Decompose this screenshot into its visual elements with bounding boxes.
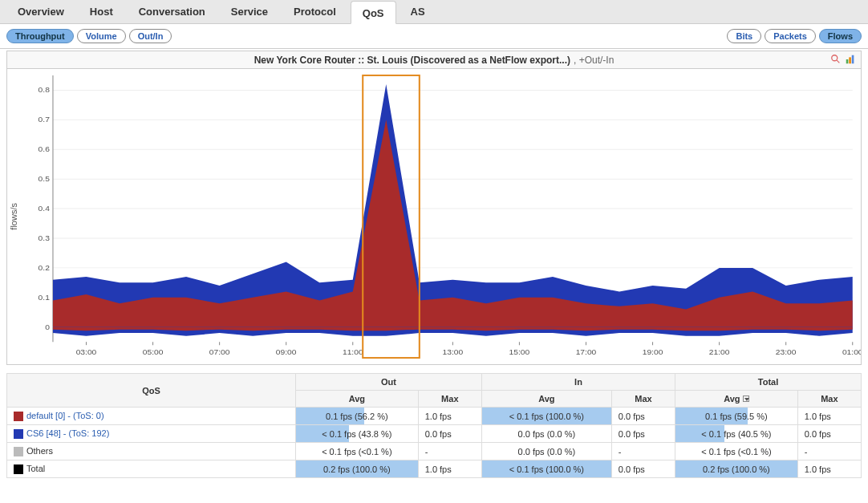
cell-total_max: 1.0 fps <box>797 408 861 425</box>
series-swatch-icon <box>14 464 23 474</box>
cell-out_avg: 0.1 fps (56.2 %) <box>296 408 419 425</box>
tab-qos[interactable]: QoS <box>351 1 396 24</box>
chart-canvas[interactable]: 00.10.20.30.40.50.60.70.803:0005:0007:00… <box>22 69 861 364</box>
pill-flows[interactable]: Flows <box>819 29 862 43</box>
cell-in_max: 0.0 fps <box>611 408 675 425</box>
svg-text:0: 0 <box>45 322 50 331</box>
svg-text:09:00: 09:00 <box>276 347 297 356</box>
cell-in_avg: < 0.1 fps (100.0 %) <box>481 408 611 425</box>
svg-text:07:00: 07:00 <box>209 347 230 356</box>
svg-text:05:00: 05:00 <box>143 347 164 356</box>
pill-volume[interactable]: Volume <box>77 29 126 43</box>
cell-in_max: 0.0 fps <box>611 425 675 443</box>
svg-text:0.2: 0.2 <box>39 263 51 272</box>
pill-throughput[interactable]: Throughput <box>6 29 74 43</box>
svg-rect-2 <box>846 59 849 63</box>
svg-text:0.7: 0.7 <box>39 115 51 124</box>
svg-text:23:00: 23:00 <box>776 347 797 356</box>
col-in-avg[interactable]: Avg <box>481 391 611 408</box>
pill-bits[interactable]: Bits <box>727 29 761 43</box>
tab-overview[interactable]: Overview <box>6 0 75 23</box>
svg-text:0.1: 0.1 <box>39 293 51 302</box>
qos-label-cell: Total <box>7 460 296 478</box>
table-row: Total0.2 fps (100.0 %)1.0 fps< 0.1 fps (… <box>7 460 862 478</box>
chart-body: flows/s 00.10.20.30.40.50.60.70.803:0005… <box>6 68 862 365</box>
svg-point-0 <box>832 55 838 61</box>
series-swatch-icon <box>14 429 23 439</box>
svg-text:11:00: 11:00 <box>343 347 363 356</box>
svg-text:03:00: 03:00 <box>76 347 97 356</box>
cell-total_avg: 0.1 fps (59.5 %) <box>675 408 798 425</box>
svg-rect-3 <box>849 57 851 63</box>
cell-total_max: 1.0 fps <box>797 460 861 478</box>
cell-total_avg: < 0.1 fps (40.5 %) <box>675 425 798 443</box>
series-swatch-icon <box>14 447 23 456</box>
sort-indicator-icon <box>743 396 749 402</box>
cell-in_avg: < 0.1 fps (100.0 %) <box>481 460 611 478</box>
col-group-total: Total <box>675 374 862 391</box>
cell-out_max: - <box>418 443 481 460</box>
cell-total_avg: 0.2 fps (100.0 %) <box>675 460 798 478</box>
left-pill-group: ThroughputVolumeOut/In <box>6 29 172 43</box>
tab-service[interactable]: Service <box>220 0 279 23</box>
qos-table: QoSOutInTotalAvgMaxAvgMaxAvgMaxdefault [… <box>6 373 862 478</box>
export-chart-icon[interactable] <box>845 54 856 65</box>
svg-text:0.8: 0.8 <box>39 86 51 95</box>
cell-total_max: - <box>797 443 861 460</box>
chart-title-sub: , +Out/-In <box>574 55 614 66</box>
col-group-in: In <box>481 374 675 391</box>
qos-label-cell[interactable]: CS6 [48] - (ToS: 192) <box>7 425 296 443</box>
series-swatch-icon <box>14 412 23 421</box>
table-row: CS6 [48] - (ToS: 192)< 0.1 fps (43.8 %)0… <box>7 425 862 443</box>
chart-title-icons <box>830 54 856 65</box>
chart-ylabel: flows/s <box>7 203 22 230</box>
chart-container: New York Core Router :: St. Louis (Disco… <box>0 49 868 368</box>
cell-total_max: 0.0 fps <box>797 425 861 443</box>
tab-host[interactable]: Host <box>79 0 124 23</box>
chart-title-main: New York Core Router :: St. Louis (Disco… <box>254 55 570 66</box>
pill-out-in[interactable]: Out/In <box>129 29 172 43</box>
col-total-avg[interactable]: Avg <box>675 391 798 408</box>
col-group-out: Out <box>296 374 482 391</box>
main-tabs: OverviewHostConversationServiceProtocolQ… <box>0 0 868 24</box>
svg-rect-4 <box>852 55 854 64</box>
col-total-max[interactable]: Max <box>797 391 861 408</box>
qos-label-cell: Others <box>7 443 296 460</box>
cell-out_max: 0.0 fps <box>418 425 481 443</box>
sub-toolbar: ThroughputVolumeOut/In BitsPacketsFlows <box>0 24 868 49</box>
svg-text:17:00: 17:00 <box>576 347 597 356</box>
zoom-icon[interactable] <box>830 54 842 65</box>
col-in-max[interactable]: Max <box>611 391 675 408</box>
table-row: Others< 0.1 fps (<0.1 %)-0.0 fps (0.0 %)… <box>7 443 862 460</box>
cell-total_avg: < 0.1 fps (<0.1 %) <box>675 443 798 460</box>
pill-packets[interactable]: Packets <box>765 29 816 43</box>
col-out-avg[interactable]: Avg <box>296 391 419 408</box>
cell-out_avg: < 0.1 fps (43.8 %) <box>296 425 419 443</box>
col-out-max[interactable]: Max <box>418 391 481 408</box>
chart-title-bar: New York Core Router :: St. Louis (Disco… <box>6 51 862 68</box>
cell-out_avg: < 0.1 fps (<0.1 %) <box>296 443 419 460</box>
svg-text:15:00: 15:00 <box>509 347 530 356</box>
svg-text:0.4: 0.4 <box>39 204 51 213</box>
right-pill-group: BitsPacketsFlows <box>727 29 862 43</box>
tab-conversation[interactable]: Conversation <box>128 0 217 23</box>
svg-text:0.3: 0.3 <box>39 233 51 242</box>
svg-text:19:00: 19:00 <box>643 347 663 356</box>
svg-text:21:00: 21:00 <box>709 347 730 356</box>
svg-text:0.6: 0.6 <box>39 144 51 153</box>
svg-text:13:00: 13:00 <box>443 347 464 356</box>
qos-table-wrap: QoSOutInTotalAvgMaxAvgMaxAvgMaxdefault [… <box>0 368 868 483</box>
cell-in_max: - <box>611 443 675 460</box>
svg-text:0.5: 0.5 <box>39 174 51 183</box>
cell-in_avg: 0.0 fps (0.0 %) <box>481 443 611 460</box>
svg-line-1 <box>837 60 840 63</box>
svg-text:01:00: 01:00 <box>842 347 861 356</box>
tab-as[interactable]: AS <box>400 0 436 23</box>
tab-protocol[interactable]: Protocol <box>282 0 347 23</box>
cell-out_avg: 0.2 fps (100.0 %) <box>296 460 419 478</box>
cell-in_avg: 0.0 fps (0.0 %) <box>481 425 611 443</box>
qos-label-cell[interactable]: default [0] - (ToS: 0) <box>7 408 296 425</box>
col-qos[interactable]: QoS <box>7 374 296 408</box>
table-row: default [0] - (ToS: 0)0.1 fps (56.2 %)1.… <box>7 408 862 425</box>
cell-out_max: 1.0 fps <box>418 460 481 478</box>
